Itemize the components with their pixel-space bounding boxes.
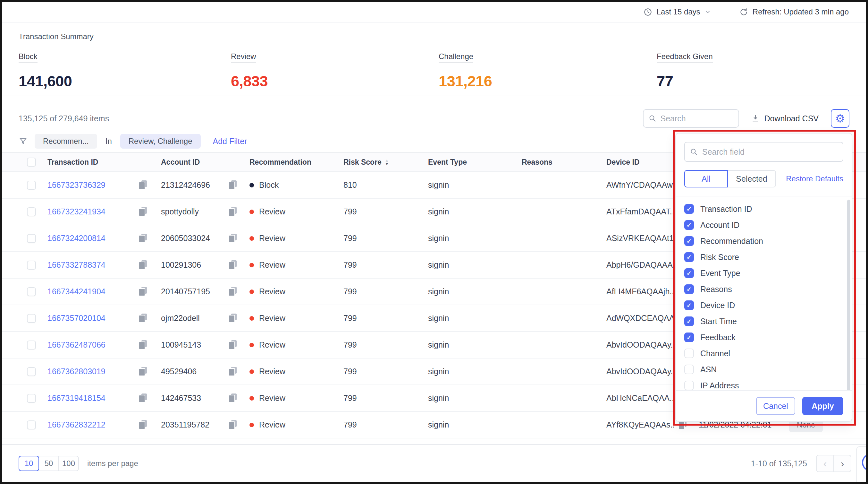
copy-icon[interactable] <box>228 180 237 190</box>
copy-icon[interactable] <box>228 287 237 296</box>
copy-icon[interactable] <box>138 314 147 323</box>
page-size-100[interactable]: 100 <box>58 456 79 471</box>
recommendation-label: Review <box>259 260 285 269</box>
field-search-input[interactable] <box>702 147 838 156</box>
copy-icon[interactable] <box>228 367 237 376</box>
copy-icon[interactable] <box>228 234 237 243</box>
search-icon <box>690 148 698 156</box>
field-toggle-event-type[interactable]: Event Type <box>684 265 843 281</box>
column-settings-button[interactable] <box>831 109 849 128</box>
transaction-id-link[interactable]: 1667323736329 <box>48 180 105 190</box>
copy-icon[interactable] <box>228 314 237 323</box>
recommendation-label: Review <box>259 340 285 349</box>
download-csv-button[interactable]: Download CSV <box>751 114 818 123</box>
field-toggle-reasons[interactable]: Reasons <box>684 281 843 297</box>
recommendation-dot <box>249 236 254 241</box>
copy-icon[interactable] <box>138 260 147 269</box>
metric-label[interactable]: Feedback Given <box>657 52 713 63</box>
sort-arrows-icon[interactable] <box>385 159 389 166</box>
cancel-button[interactable]: Cancel <box>756 397 795 415</box>
metric-label[interactable]: Review <box>231 52 256 63</box>
select-all-checkbox[interactable] <box>27 158 36 167</box>
copy-icon[interactable] <box>138 234 147 243</box>
row-checkbox[interactable] <box>27 341 36 349</box>
copy-icon[interactable] <box>228 260 237 269</box>
metric-label[interactable]: Challenge <box>439 52 473 63</box>
filter-value-chip[interactable]: Review, Challenge <box>120 134 201 149</box>
copy-icon[interactable] <box>228 394 237 403</box>
field-toggle-account-id[interactable]: Account ID <box>684 217 843 233</box>
copy-icon[interactable] <box>138 180 147 190</box>
transaction-id-link[interactable]: 1667362832212 <box>48 420 105 429</box>
col-header-risk-score[interactable]: Risk Score <box>343 158 428 167</box>
checkbox-icon <box>684 301 694 310</box>
field-toggle-transaction-id[interactable]: Transaction ID <box>684 201 843 217</box>
filter-operator[interactable]: In <box>104 137 113 146</box>
field-toggle-channel[interactable]: Channel <box>684 345 843 361</box>
col-header-event-type[interactable]: Event Type <box>428 158 522 167</box>
funnel-icon <box>19 137 28 146</box>
copy-icon[interactable] <box>138 287 147 296</box>
items-count: 135,125 of 279,649 items <box>19 114 109 123</box>
transaction-id-link[interactable]: 1667319418154 <box>48 394 105 403</box>
add-filter-button[interactable]: Add Filter <box>213 137 247 146</box>
field-toggle-feedback[interactable]: Feedback <box>684 329 843 345</box>
restore-defaults-link[interactable]: Restore Defaults <box>786 174 843 183</box>
row-checkbox[interactable] <box>27 181 36 190</box>
page-size-50[interactable]: 50 <box>38 456 59 471</box>
copy-icon[interactable] <box>138 367 147 376</box>
next-page-button[interactable] <box>833 455 851 472</box>
transaction-id-link[interactable]: 1667357020104 <box>48 314 105 323</box>
search-input[interactable] <box>660 114 733 123</box>
copy-icon[interactable] <box>138 420 147 429</box>
risk-score: 799 <box>343 234 428 243</box>
risk-score: 799 <box>343 340 428 349</box>
filter-field-chip[interactable]: Recommen... <box>35 134 97 149</box>
col-header-recommendation[interactable]: Recommendation <box>249 158 343 167</box>
copy-icon[interactable] <box>228 340 237 349</box>
field-toggle-recommendation[interactable]: Recommendation <box>684 233 843 249</box>
tab-selected[interactable]: Selected <box>728 170 776 188</box>
transaction-id-link[interactable]: 1667344241904 <box>48 287 105 296</box>
row-checkbox[interactable] <box>27 367 36 376</box>
row-checkbox[interactable] <box>27 234 36 243</box>
panel-scrollbar[interactable] <box>847 200 850 392</box>
copy-icon[interactable] <box>138 394 147 403</box>
summary-metrics: Block 141,600 Review 6,833 Challenge 131… <box>19 52 849 90</box>
refresh-control[interactable]: Refresh: Updated 3 min ago <box>739 7 849 17</box>
time-range-selector[interactable]: Last 15 days <box>644 7 711 17</box>
field-toggle-asn[interactable]: ASN <box>684 361 843 377</box>
copy-icon[interactable] <box>228 207 237 216</box>
transaction-id-link[interactable]: 1667332788374 <box>48 260 105 269</box>
col-header-account-id[interactable]: Account ID <box>161 158 249 167</box>
row-checkbox[interactable] <box>27 207 36 216</box>
transaction-id-link[interactable]: 1667323241934 <box>48 207 105 216</box>
recommendation-label: Review <box>259 394 285 403</box>
field-toggle-device-id[interactable]: Device ID <box>684 297 843 313</box>
row-checkbox[interactable] <box>27 314 36 323</box>
row-checkbox[interactable] <box>27 261 36 269</box>
prev-page-button[interactable] <box>816 455 834 472</box>
risk-score: 799 <box>343 314 428 323</box>
row-checkbox[interactable] <box>27 421 36 429</box>
field-toggle-risk-score[interactable]: Risk Score <box>684 249 843 265</box>
row-checkbox[interactable] <box>27 287 36 296</box>
pagination-bar: 10 50 100 items per page 1-10 of 135,125 <box>2 444 866 482</box>
transaction-id-link[interactable]: 1667362803019 <box>48 367 105 376</box>
copy-icon[interactable] <box>228 420 237 429</box>
recommendation-label: Review <box>259 367 285 376</box>
col-header-reasons[interactable]: Reasons <box>522 158 606 167</box>
field-toggle-start-time[interactable]: Start Time <box>684 313 843 329</box>
row-checkbox[interactable] <box>27 394 36 403</box>
transaction-id-link[interactable]: 1667324200814 <box>48 234 105 243</box>
apply-button[interactable]: Apply <box>802 397 843 415</box>
copy-icon[interactable] <box>138 340 147 349</box>
recommendation-dot <box>249 396 254 401</box>
copy-icon[interactable] <box>138 207 147 216</box>
tab-all[interactable]: All <box>684 170 728 188</box>
page-size-10[interactable]: 10 <box>19 456 39 471</box>
transaction-id-link[interactable]: 1667362487066 <box>48 340 105 349</box>
col-header-transaction-id[interactable]: Transaction ID <box>48 158 161 167</box>
metric-label[interactable]: Block <box>19 52 37 63</box>
download-csv-label: Download CSV <box>764 114 818 123</box>
